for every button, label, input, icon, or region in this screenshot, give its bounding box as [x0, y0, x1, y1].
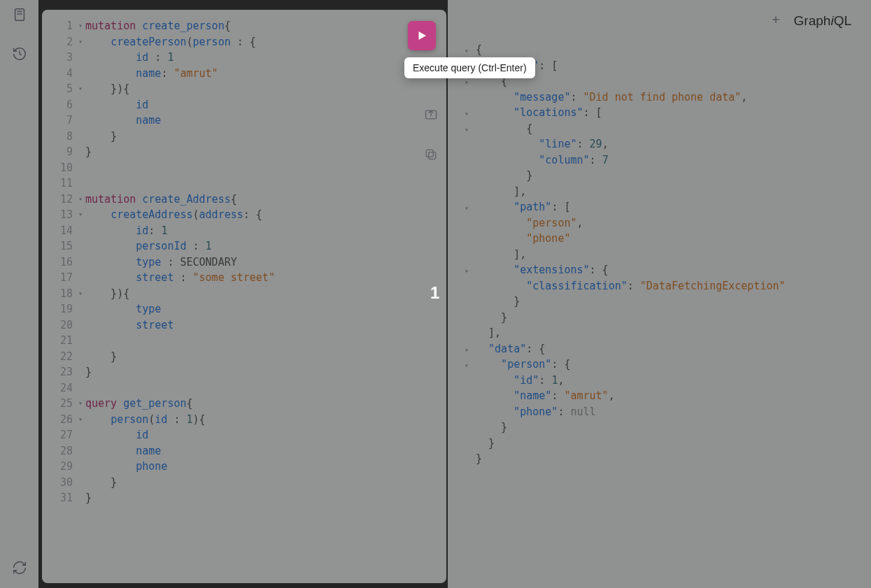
result-line: ▾ "locations": [ [465, 105, 871, 121]
result-header: GraphiQL [448, 0, 871, 42]
fold-marker[interactable]: ▾ [76, 18, 85, 34]
line-number: 20 [42, 317, 76, 334]
result-line: } [465, 451, 871, 467]
history-icon [12, 46, 27, 62]
result-line: ], [465, 184, 871, 200]
line-number: 9 [42, 144, 76, 160]
code-line[interactable]: mutation create_person{ [85, 18, 441, 34]
fold-marker [76, 238, 85, 254]
result-line: ▾ "data": { [465, 341, 871, 357]
line-number: 22 [42, 349, 76, 365]
line-number: 7 [42, 113, 76, 129]
add-tab-button[interactable] [770, 14, 781, 28]
code-line[interactable]: name [85, 443, 441, 459]
line-number: 8 [42, 129, 76, 145]
code-line[interactable]: type : SECONDARY [85, 254, 441, 271]
fold-marker [76, 129, 85, 145]
fold-marker[interactable]: ▾ [76, 81, 85, 97]
fold-marker [76, 364, 85, 380]
line-gutter: 1234567891011121314151617181920212223242… [42, 18, 76, 506]
code-line[interactable] [85, 160, 441, 176]
line-number: 30 [42, 475, 76, 491]
fold-marker[interactable]: ▾ [76, 34, 85, 50]
fold-marker[interactable]: ▾ [465, 358, 473, 374]
fold-marker [76, 427, 85, 443]
sidebar [0, 0, 38, 588]
refresh-icon [12, 560, 27, 575]
fold-marker [76, 349, 85, 365]
svg-rect-0 [15, 9, 24, 21]
fold-marker[interactable]: ▾ [465, 122, 473, 138]
code-line[interactable]: street : "some street" [85, 270, 441, 286]
result-line: "line": 29, [465, 136, 871, 152]
fold-marker[interactable]: ▾ [76, 396, 85, 412]
code-line[interactable]: name [85, 113, 441, 129]
code-line[interactable]: }){ [85, 286, 441, 302]
code-line[interactable]: } [85, 475, 441, 491]
fold-marker [76, 175, 85, 192]
result-line: } [465, 310, 871, 326]
fold-marker[interactable]: ▾ [76, 286, 85, 302]
merge-button[interactable] [424, 108, 438, 127]
code-line[interactable]: query get_person{ [85, 396, 441, 412]
fold-marker [76, 270, 85, 286]
result-line: ▾{ [465, 42, 871, 58]
copy-button[interactable] [424, 148, 438, 166]
result-line: ], [465, 325, 871, 341]
code-line[interactable]: } [85, 364, 441, 380]
fold-marker [76, 443, 85, 459]
result-line: "id": 1, [465, 373, 871, 389]
line-number: 13 [42, 207, 76, 223]
code-line[interactable]: } [85, 129, 441, 145]
code-line[interactable]: id : 1 [85, 50, 441, 66]
code-line[interactable]: } [85, 349, 441, 365]
editor-code[interactable]: mutation create_person{ createPerson(per… [85, 18, 441, 506]
fold-marker[interactable]: ▾ [76, 192, 85, 208]
brand-label: GraphiQL [794, 13, 851, 29]
fold-marker [76, 317, 85, 334]
fold-marker[interactable]: ▾ [465, 264, 473, 280]
code-line[interactable]: createPerson(person : { [85, 34, 441, 50]
code-line[interactable]: }){ [85, 81, 441, 97]
result-line: "name": "amrut", [465, 388, 871, 404]
code-line[interactable]: mutation create_Address{ [85, 192, 441, 208]
result-line: } [465, 436, 871, 452]
code-line[interactable]: id: 1 [85, 223, 441, 239]
line-number: 1 [42, 18, 76, 34]
result-code[interactable]: ▾{▾ "errors": [▾ { "message": "Did not f… [465, 42, 871, 467]
code-line[interactable]: phone [85, 459, 441, 475]
result-line: ▾ "person": { [465, 357, 871, 373]
fold-marker[interactable]: ▾ [76, 412, 85, 428]
line-number: 4 [42, 66, 76, 82]
fold-marker[interactable]: ▾ [465, 343, 473, 359]
line-number: 24 [42, 380, 76, 396]
fold-marker[interactable]: ▾ [465, 201, 473, 217]
code-line[interactable]: createAddress(address: { [85, 207, 441, 223]
query-editor[interactable]: 1234567891011121314151617181920212223242… [42, 10, 446, 583]
code-line[interactable] [85, 333, 441, 349]
svg-rect-7 [429, 152, 436, 159]
code-line[interactable] [85, 175, 441, 192]
line-number: 12 [42, 192, 76, 208]
code-line[interactable] [85, 380, 441, 396]
line-number: 31 [42, 490, 76, 506]
result-line: ▾ "path": [ [465, 199, 871, 215]
fold-marker [76, 459, 85, 475]
execute-query-button[interactable] [408, 21, 436, 50]
code-line[interactable]: } [85, 144, 441, 160]
code-line[interactable]: personId : 1 [85, 238, 441, 254]
fold-marker[interactable]: ▾ [76, 207, 85, 223]
code-line[interactable]: person(id : 1){ [85, 412, 441, 428]
fold-marker [76, 333, 85, 349]
history-button[interactable] [12, 46, 27, 64]
fold-marker[interactable]: ▾ [465, 106, 473, 122]
code-line[interactable]: name: "amrut" [85, 66, 441, 82]
docs-button[interactable] [12, 7, 27, 25]
code-line[interactable]: type [85, 301, 441, 317]
code-line[interactable]: id [85, 427, 441, 443]
fold-marker [76, 490, 85, 506]
code-line[interactable]: street [85, 317, 441, 334]
refresh-button[interactable] [12, 560, 27, 578]
code-line[interactable]: id [85, 97, 441, 113]
code-line[interactable]: } [85, 490, 441, 506]
